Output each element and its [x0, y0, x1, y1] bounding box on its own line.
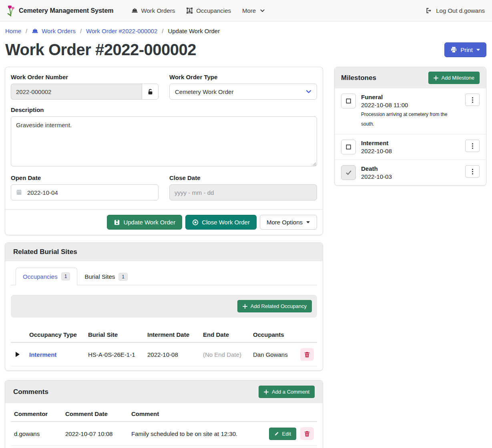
trash-icon — [304, 352, 310, 358]
edit-comment-button[interactable]: Edit — [269, 428, 296, 440]
edit-comment-label: Edit — [282, 431, 291, 437]
burial-site-cell: HS-A-0S-26E-1-1 — [85, 342, 144, 366]
milestone-item-funeral: Funeral 2022-10-08 11:00 Procession arri… — [335, 88, 486, 134]
milestone-item-death: Death 2022-10-03 — [335, 160, 486, 185]
brand[interactable]: Cemetery Management System — [6, 5, 114, 17]
chevron-down-icon — [306, 89, 311, 94]
stop-circle-icon — [192, 219, 199, 226]
milestone-title: Interment — [361, 140, 460, 146]
occupancy-type-link[interactable]: Interment — [29, 351, 56, 358]
occupants-cell: Dan Gowans — [250, 342, 297, 366]
add-comment-button[interactable]: Add a Comment — [259, 386, 315, 398]
work-order-type-select[interactable]: Cemetery Work Order — [169, 84, 317, 100]
milestone-menu-button[interactable] — [465, 140, 480, 152]
add-milestone-button[interactable]: Add Milestone — [428, 72, 480, 84]
comment-date-cell: 2022-10-07 10:08 — [62, 422, 128, 446]
comment-date-header: Comment Date — [62, 406, 128, 422]
tab-occupancies[interactable]: Occupancies 1 — [16, 268, 77, 285]
breadcrumb-work-orders[interactable]: Work Orders — [32, 28, 76, 34]
brand-title: Cemetery Management System — [19, 7, 114, 14]
breadcrumb-work-orders-label: Work Orders — [42, 28, 76, 34]
plus-icon — [264, 390, 269, 394]
nav-occupancies-label: Occupancies — [196, 7, 231, 14]
add-milestone-label: Add Milestone — [442, 75, 474, 81]
print-label: Print — [460, 46, 473, 53]
breadcrumb-separator: / — [162, 28, 163, 34]
nav-occupancies[interactable]: Occupancies — [181, 4, 237, 17]
occupancies-table: Occupancy Type Burial Site Interment Dat… — [11, 327, 317, 366]
close-date-input[interactable] — [169, 184, 317, 200]
delete-comment-button[interactable] — [300, 427, 314, 440]
comment-cell: Family scheduled to be on site at 12:30. — [128, 422, 266, 446]
caret-down-icon — [306, 220, 310, 224]
breadcrumb-current: Update Work Order — [168, 28, 220, 34]
expand-row-button[interactable] — [14, 350, 21, 358]
end-date-cell: (No End Date) — [200, 342, 250, 366]
nav-more-label: More — [242, 7, 256, 14]
comment-row: d.gowans 2022-10-07 10:08 Family schedul… — [11, 422, 317, 446]
page-title: Work Order #2022-000002 — [5, 41, 196, 59]
work-order-form-card: Work Order Number — [5, 67, 323, 235]
logout-icon — [426, 7, 432, 14]
checkmark-icon — [345, 170, 352, 176]
work-order-type-value: Cemetery Work Order — [175, 88, 233, 95]
update-work-order-label: Update Work Order — [123, 219, 175, 226]
tab-occupancies-badge: 1 — [61, 272, 70, 280]
milestone-menu-button[interactable] — [465, 94, 480, 106]
milestone-checkbox-checked[interactable] — [341, 165, 356, 180]
open-date-input[interactable] — [11, 184, 159, 200]
hardhat-icon — [32, 28, 38, 34]
save-icon — [114, 219, 120, 226]
close-date-label: Close Date — [169, 174, 317, 181]
add-related-occupancy-button[interactable]: Add Related Occupancy — [237, 300, 312, 312]
add-comment-label: Add a Comment — [272, 389, 309, 395]
milestone-checkbox[interactable] — [341, 140, 356, 154]
logout-button[interactable]: Log Out d.gowans — [425, 4, 486, 17]
milestone-description: Procession arriving at cemetery from the… — [361, 110, 453, 129]
expand-column-header — [11, 327, 26, 342]
occupancies-toolbar: Add Related Occupancy — [11, 295, 317, 318]
delete-occupancy-button[interactable] — [300, 348, 314, 361]
nav-more[interactable]: More — [237, 4, 271, 17]
milestone-checkbox[interactable] — [341, 94, 356, 108]
chevron-down-icon — [260, 8, 265, 13]
occupants-header: Occupants — [250, 327, 297, 342]
nav-work-orders-label: Work Orders — [141, 7, 175, 14]
plus-icon — [434, 76, 438, 80]
play-icon — [15, 351, 20, 358]
tab-burial-sites[interactable]: Burial Sites 1 — [77, 268, 135, 285]
burial-site-header: Burial Site — [85, 327, 144, 342]
comments-table: Commentor Comment Date Comment d.gowans … — [11, 406, 317, 446]
description-label: Description — [11, 106, 317, 113]
tab-occupancies-label: Occupancies — [23, 273, 58, 280]
work-order-type-label: Work Order Type — [169, 74, 317, 80]
logout-label: Log Out d.gowans — [436, 7, 485, 14]
milestone-menu-button[interactable] — [465, 165, 480, 178]
milestone-date: 2022-10-03 — [361, 173, 460, 180]
interment-date-header: Interment Date — [144, 327, 200, 342]
top-navbar: Cemetery Management System Work Orders O… — [0, 0, 492, 22]
milestone-date: 2022-10-08 — [361, 148, 460, 154]
breadcrumb-home[interactable]: Home — [5, 28, 21, 34]
milestones-title: Milestones — [341, 74, 376, 82]
tulip-logo-icon — [6, 5, 15, 17]
tab-burial-sites-label: Burial Sites — [84, 273, 115, 280]
unlock-button[interactable] — [142, 84, 159, 100]
occupancy-icon — [186, 7, 193, 14]
nav-work-orders[interactable]: Work Orders — [126, 4, 181, 17]
print-button[interactable]: Print — [444, 42, 486, 57]
description-textarea[interactable] — [11, 116, 317, 166]
update-work-order-button[interactable]: Update Work Order — [107, 215, 182, 230]
breadcrumb-separator: / — [80, 28, 82, 34]
occupancy-type-header: Occupancy Type — [26, 327, 85, 342]
more-options-button[interactable]: More Options — [260, 215, 317, 230]
kebab-menu-icon — [472, 97, 474, 103]
lock-open-icon — [147, 88, 154, 95]
printer-icon — [450, 46, 457, 53]
close-work-order-button[interactable]: Close Work Order — [185, 215, 257, 230]
breadcrumb-work-order-number[interactable]: Work Order #2022-000002 — [86, 28, 157, 34]
milestone-title: Funeral — [361, 94, 460, 100]
work-order-number-input[interactable] — [11, 84, 142, 100]
milestones-card: Milestones Add Milestone Funeral 2022-10 — [334, 67, 486, 186]
open-date-label: Open Date — [11, 174, 159, 181]
